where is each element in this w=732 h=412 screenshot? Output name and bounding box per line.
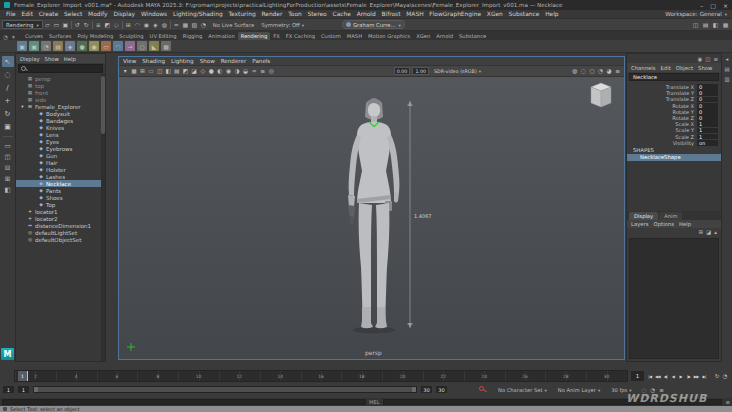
panel-icon[interactable]: ◉ <box>697 56 702 62</box>
outliner-item[interactable]: ◎ defaultObjectSet <box>16 236 105 243</box>
attribute-value-field[interactable]: 0 <box>697 103 718 109</box>
status-icon[interactable]: ▦ <box>181 20 190 30</box>
transport-button[interactable]: ▶| <box>700 371 708 382</box>
shelf-icon[interactable]: ◈ <box>65 41 75 51</box>
playback-option-icon[interactable]: ↻ <box>715 373 720 379</box>
viewport-toolbar-icon[interactable]: ≡ <box>259 68 268 74</box>
viewport-canvas[interactable]: 1.4067 persp <box>119 77 624 359</box>
menu-item[interactable]: Arnold <box>354 11 379 17</box>
status-icon[interactable]: ◔ <box>199 20 208 30</box>
attribute-value-field[interactable]: 0 <box>697 90 718 96</box>
transport-button[interactable]: |▶ <box>685 371 693 382</box>
transport-button[interactable]: ◀◀ <box>654 371 662 382</box>
shelf-icon[interactable]: ▣ <box>29 41 39 51</box>
outliner-item[interactable]: ◆ Gun <box>16 152 105 159</box>
menu-item[interactable]: MASH <box>403 11 426 17</box>
menu-item[interactable]: Substance <box>506 11 543 17</box>
outliner-menu-item[interactable]: Display <box>20 56 40 62</box>
channel-box-menu-item[interactable]: Edit <box>661 65 671 71</box>
outliner-item[interactable]: ◆ Knives <box>16 124 105 131</box>
gamma-field[interactable]: 1.00 <box>412 67 429 75</box>
layer-editor-tab[interactable]: Anim <box>659 212 682 220</box>
view-cube[interactable] <box>591 83 611 107</box>
character-set-selector[interactable]: No Character Set <box>498 387 547 393</box>
tool-button[interactable]: ↻ <box>2 108 14 119</box>
shelf-menu-icon[interactable]: ▾ <box>10 33 17 40</box>
shelf-icon[interactable]: ◉ <box>89 41 99 51</box>
menu-item[interactable]: Render <box>259 11 286 17</box>
viewport-toolbar-icon[interactable]: ● <box>207 68 216 74</box>
status-icon[interactable]: ◈ <box>151 20 160 30</box>
attribute-value-field[interactable]: on <box>697 140 718 146</box>
menu-item[interactable]: Display <box>110 11 138 17</box>
animation-start-field[interactable]: 1 <box>2 385 15 394</box>
shelf-tab[interactable]: FX Caching <box>283 32 318 40</box>
outliner-item[interactable]: ▦ top <box>16 82 105 89</box>
shelf-tab[interactable]: Arnold <box>433 32 456 40</box>
status-icon[interactable]: ≈ <box>172 20 181 30</box>
range-slider-bar[interactable] <box>34 387 416 392</box>
layer-editor-tab[interactable]: Display <box>629 212 658 220</box>
tool-button[interactable]: ◌ <box>2 69 14 80</box>
attribute-value-field[interactable]: 1 <box>697 128 718 134</box>
menu-item[interactable]: File <box>3 11 19 17</box>
status-icon[interactable]: ↻ <box>82 20 91 30</box>
menu-item[interactable]: Texturing <box>226 11 259 17</box>
layer-list[interactable] <box>629 238 719 359</box>
viewport-menu-item[interactable]: Show <box>200 58 215 64</box>
viewport-panel[interactable]: ViewShadingLightingShowRendererPanels ▾▦… <box>118 56 625 360</box>
viewport-toolbar-icon[interactable]: ◒ <box>241 68 250 74</box>
outliner-item[interactable]: ◆ Bodysuit <box>16 110 105 117</box>
status-icon[interactable]: ◠ <box>133 20 142 30</box>
playback-option-icon[interactable]: ◔ <box>722 373 727 379</box>
status-icon[interactable]: ◍ <box>160 20 169 30</box>
outliner-item[interactable]: ◆ Bandages <box>16 117 105 124</box>
channel-box-menu-item[interactable]: Object <box>676 65 693 71</box>
shelf-tab[interactable]: Curves <box>22 32 46 40</box>
shelf-icon[interactable]: ▣ <box>17 41 27 51</box>
object-name-field[interactable]: Necklace <box>629 73 719 81</box>
menu-item[interactable]: Help <box>542 11 561 17</box>
current-time-field[interactable]: 1 <box>630 370 645 382</box>
layout-button[interactable]: ⊟ <box>2 163 14 172</box>
transport-button[interactable]: ◀| <box>662 371 670 382</box>
outliner-item[interactable]: ◆ Eyebrows <box>16 145 105 152</box>
status-icon[interactable]: ⊞ <box>124 20 133 30</box>
viewport-toolbar-icon[interactable]: ◑ <box>233 68 242 74</box>
status-icon[interactable]: ▣ <box>61 20 70 30</box>
outliner-item[interactable]: ◆ Lens <box>16 131 105 138</box>
attribute-value-field[interactable]: 0 <box>697 115 718 121</box>
outliner-item[interactable]: ▦ side <box>16 96 105 103</box>
shelf-tab[interactable]: Poly Modeling <box>74 32 116 40</box>
shelf-tab[interactable]: UV Editing <box>147 32 180 40</box>
viewport-toolbar-icon[interactable]: ≈ <box>250 68 259 74</box>
tool-button[interactable]: + <box>2 95 14 106</box>
command-language-toggle[interactable]: MEL <box>369 399 380 405</box>
account-button[interactable]: Graham Curre... <box>342 20 405 29</box>
status-icon[interactable]: ≡ <box>94 20 103 30</box>
outliner-menu-item[interactable]: Help <box>64 56 76 62</box>
tool-button[interactable]: ▣ <box>2 121 14 132</box>
status-icon[interactable]: ◇ <box>112 20 121 30</box>
workspace-selector[interactable]: Workspace: General <box>665 11 729 17</box>
command-input[interactable] <box>2 399 366 405</box>
shelf-tab[interactable]: Rigging <box>180 32 206 40</box>
shelf-tab[interactable]: Animation <box>205 32 237 40</box>
current-time-indicator[interactable]: 1 <box>18 371 28 381</box>
attribute-value-field[interactable]: 0 <box>697 109 718 115</box>
attribute-value-field[interactable]: 0 <box>697 97 718 103</box>
shelf-icon[interactable]: ◔ <box>41 41 51 51</box>
menu-item[interactable]: Cache <box>330 11 354 17</box>
viewport-toolbar-icon[interactable]: ◩ <box>181 68 190 74</box>
shelf-icon[interactable]: ▦ <box>161 41 171 51</box>
menu-item[interactable]: XGen <box>484 11 506 17</box>
viewport-toolbar-icon[interactable]: ▤ <box>173 68 182 74</box>
outliner-item[interactable]: + locator1 <box>16 208 105 215</box>
menu-item[interactable]: FlowGraphEngine <box>426 11 484 17</box>
viewport-toolbar-icon[interactable]: ◍ <box>570 68 579 74</box>
layer-editor-menu-item[interactable]: Layers <box>631 221 649 227</box>
viewport-toolbar-icon[interactable]: ○ <box>588 68 597 74</box>
animation-end-field[interactable]: 30 <box>435 385 448 394</box>
layer-editor-icon[interactable]: ▴ <box>714 229 717 235</box>
menu-item[interactable]: Select <box>61 11 85 17</box>
